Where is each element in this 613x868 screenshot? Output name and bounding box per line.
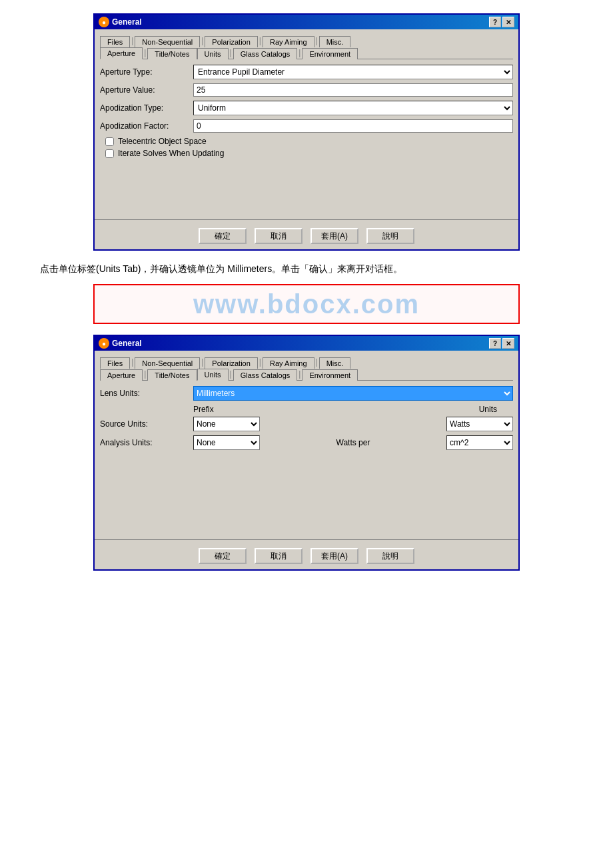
apodization-factor-label: Apodization Factor: (100, 121, 193, 131)
help-titlebar-btn-2[interactable]: ? (489, 338, 501, 349)
dialog-title-2: General (112, 339, 142, 348)
lens-units-select[interactable]: Millimeters (193, 386, 513, 401)
dialog-footer-2: 確定 取消 套用(A) 說明 (95, 539, 518, 569)
app-icon-1: ● (99, 17, 109, 27)
ok-button-1[interactable]: 確定 (199, 228, 247, 244)
iterate-label: Iterate Solves When Updating (118, 149, 224, 158)
spacer-1 (100, 161, 513, 214)
help-button-1[interactable]: 說明 (366, 228, 414, 244)
tab-polarization-1[interactable]: Polarization (205, 36, 257, 47)
analysis-middle: Watts per (260, 438, 446, 447)
help-titlebar-btn-1[interactable]: ? (489, 17, 501, 27)
tab-glasscatalogs-1[interactable]: Glass Catalogs (233, 48, 298, 59)
titlebar-left-2: ● General (99, 338, 142, 349)
source-units-row: Source Units: None Watts (100, 417, 513, 431)
telecentric-checkbox[interactable] (105, 137, 114, 146)
cancel-button-2[interactable]: 取消 (255, 548, 303, 564)
source-prefix-select[interactable]: None (193, 417, 260, 431)
source-units-label: Source Units: (100, 419, 193, 429)
tab-nonseq-1[interactable]: Non-Sequential (135, 36, 200, 47)
titlebar-left-1: ● General (99, 17, 142, 27)
ok-button-2[interactable]: 確定 (199, 548, 247, 564)
analysis-prefix-select[interactable]: None (193, 435, 260, 450)
telecentric-group: Telecentric Object Space (105, 137, 513, 146)
aperture-value-input[interactable] (193, 83, 513, 97)
prefix-units-header: Prefix Units (193, 405, 513, 414)
apodization-factor-group: Apodization Factor: (100, 119, 513, 133)
apodization-type-label: Apodization Type: (100, 103, 193, 113)
aperture-type-group: Aperture Type: Entrance Pupil Diameter (100, 65, 513, 79)
tab-rayaiming-1[interactable]: Ray Aiming (263, 36, 314, 47)
help-button-2[interactable]: 說明 (366, 548, 414, 564)
tab-titlenotes-1[interactable]: Title/Notes (147, 48, 197, 59)
tab-environment-1[interactable]: Environment (302, 48, 358, 59)
description-text: 点击单位标签(Units Tab)，并确认透镜单位为 Millimeters。单… (40, 261, 600, 276)
watermark-box: www.bdocx.com (93, 284, 520, 324)
aperture-type-select[interactable]: Entrance Pupil Diameter (193, 65, 513, 79)
tab-polarization-2[interactable]: Polarization (205, 357, 257, 369)
analysis-units-label: Analysis Units: (100, 438, 193, 447)
titlebar-buttons-2: ? ✕ (489, 338, 514, 349)
tab-environment-2[interactable]: Environment (302, 369, 358, 381)
tab-misc-2[interactable]: Misc. (319, 357, 351, 369)
dialog-general-2: ● General ? ✕ Files | Non-Sequential | P… (93, 335, 520, 571)
iterate-checkbox[interactable] (105, 149, 114, 158)
cancel-button-1[interactable]: 取消 (255, 228, 303, 244)
lens-units-row: Lens Units: Millimeters (100, 386, 513, 401)
tab-titlenotes-2[interactable]: Title/Notes (147, 369, 197, 381)
apodization-type-select[interactable]: Uniform (193, 101, 513, 115)
tab-files-1[interactable]: Files (100, 36, 130, 47)
tab-rayaiming-2[interactable]: Ray Aiming (263, 357, 314, 369)
close-titlebar-btn-1[interactable]: ✕ (502, 17, 514, 27)
dialog-title-1: General (112, 17, 142, 27)
dialog-content-1: Files | Non-Sequential | Polarization | … (95, 29, 518, 219)
aperture-type-label: Aperture Type: (100, 67, 193, 77)
titlebar-buttons-1: ? ✕ (489, 17, 514, 27)
watermark-text: www.bdocx.com (193, 289, 420, 319)
tab-aperture-1[interactable]: Aperture (100, 47, 143, 59)
prefix-header: Prefix (193, 405, 287, 414)
dialog-footer-1: 確定 取消 套用(A) 說明 (95, 219, 518, 249)
source-units-select[interactable]: Watts (446, 417, 513, 431)
apodization-factor-input[interactable] (193, 119, 513, 133)
tab-misc-1[interactable]: Misc. (319, 36, 351, 47)
spacer-2 (100, 454, 513, 534)
dialog-general-1: ● General ? ✕ Files | Non-Sequential | P… (93, 13, 520, 251)
aperture-value-label: Aperture Value: (100, 85, 193, 95)
tab-units-1[interactable]: Units (197, 48, 229, 59)
aperture-value-group: Aperture Value: (100, 83, 513, 97)
analysis-units-select[interactable]: cm^2 (446, 435, 513, 450)
tab-glasscatalogs-2[interactable]: Glass Catalogs (233, 369, 298, 381)
titlebar-2: ● General ? ✕ (95, 336, 518, 351)
titlebar-1: ● General ? ✕ (95, 15, 518, 29)
analysis-units-row: Analysis Units: None Watts per cm^2 (100, 435, 513, 450)
apodization-type-group: Apodization Type: Uniform (100, 101, 513, 115)
tab-aperture-2[interactable]: Aperture (100, 369, 143, 381)
lens-units-label: Lens Units: (100, 389, 193, 398)
app-icon-2: ● (99, 338, 109, 349)
apply-button-1[interactable]: 套用(A) (310, 228, 358, 244)
close-titlebar-btn-2[interactable]: ✕ (502, 338, 514, 349)
iterate-group: Iterate Solves When Updating (105, 149, 513, 158)
dialog-content-2: Files | Non-Sequential | Polarization | … (95, 351, 518, 539)
units-header: Units (287, 405, 513, 414)
telecentric-label: Telecentric Object Space (118, 137, 207, 146)
apply-button-2[interactable]: 套用(A) (310, 548, 358, 564)
tab-units-2[interactable]: Units (197, 369, 229, 381)
tab-nonseq-2[interactable]: Non-Sequential (135, 357, 200, 369)
tab-files-2[interactable]: Files (100, 357, 130, 369)
